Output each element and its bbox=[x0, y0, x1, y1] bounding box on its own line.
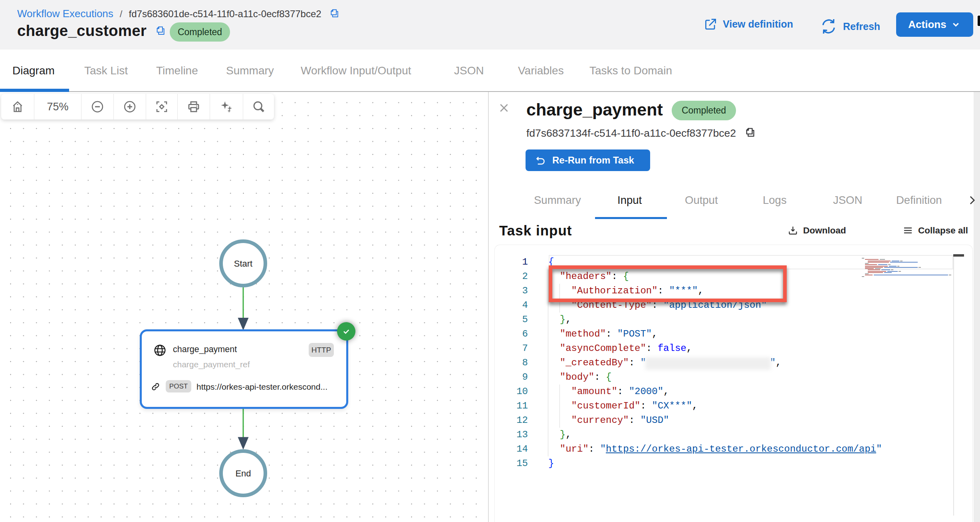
svg-text:End: End bbox=[235, 468, 251, 478]
svg-text:Start: Start bbox=[234, 259, 252, 269]
